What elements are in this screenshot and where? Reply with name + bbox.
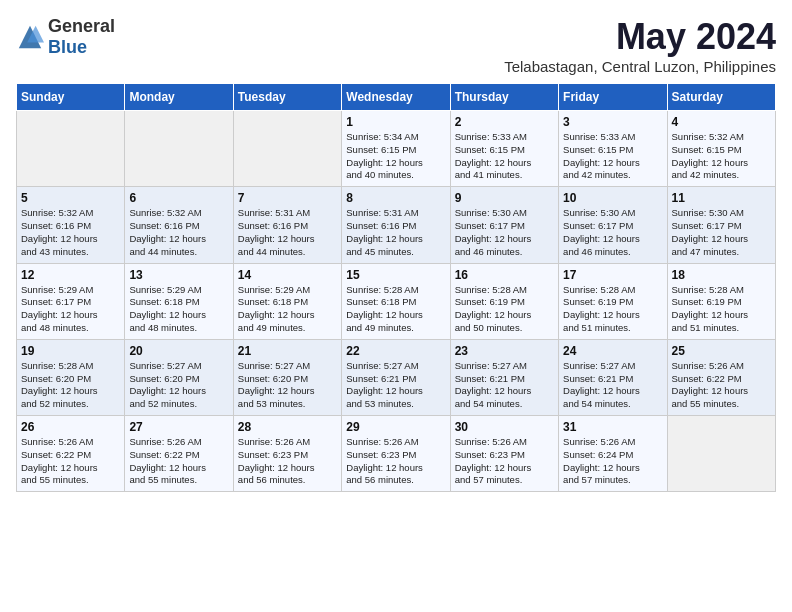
calendar-cell: 15Sunrise: 5:28 AM Sunset: 6:18 PM Dayli… bbox=[342, 263, 450, 339]
title-block: May 2024 Telabastagan, Central Luzon, Ph… bbox=[504, 16, 776, 75]
calendar-cell: 4Sunrise: 5:32 AM Sunset: 6:15 PM Daylig… bbox=[667, 111, 775, 187]
day-number: 19 bbox=[21, 344, 120, 358]
day-info: Sunrise: 5:33 AM Sunset: 6:15 PM Dayligh… bbox=[563, 131, 662, 182]
logo-general-text: General bbox=[48, 16, 115, 36]
day-info: Sunrise: 5:26 AM Sunset: 6:23 PM Dayligh… bbox=[455, 436, 554, 487]
day-number: 8 bbox=[346, 191, 445, 205]
calendar-cell bbox=[233, 111, 341, 187]
weekday-header-row: SundayMondayTuesdayWednesdayThursdayFrid… bbox=[17, 84, 776, 111]
calendar-cell bbox=[17, 111, 125, 187]
day-number: 3 bbox=[563, 115, 662, 129]
calendar-cell: 27Sunrise: 5:26 AM Sunset: 6:22 PM Dayli… bbox=[125, 416, 233, 492]
day-number: 24 bbox=[563, 344, 662, 358]
day-number: 10 bbox=[563, 191, 662, 205]
calendar-week-row: 26Sunrise: 5:26 AM Sunset: 6:22 PM Dayli… bbox=[17, 416, 776, 492]
day-info: Sunrise: 5:34 AM Sunset: 6:15 PM Dayligh… bbox=[346, 131, 445, 182]
day-number: 31 bbox=[563, 420, 662, 434]
day-number: 5 bbox=[21, 191, 120, 205]
day-info: Sunrise: 5:27 AM Sunset: 6:20 PM Dayligh… bbox=[238, 360, 337, 411]
calendar-cell: 23Sunrise: 5:27 AM Sunset: 6:21 PM Dayli… bbox=[450, 339, 558, 415]
calendar-cell: 30Sunrise: 5:26 AM Sunset: 6:23 PM Dayli… bbox=[450, 416, 558, 492]
calendar-cell: 20Sunrise: 5:27 AM Sunset: 6:20 PM Dayli… bbox=[125, 339, 233, 415]
day-number: 23 bbox=[455, 344, 554, 358]
calendar-cell: 9Sunrise: 5:30 AM Sunset: 6:17 PM Daylig… bbox=[450, 187, 558, 263]
calendar-cell bbox=[667, 416, 775, 492]
day-number: 16 bbox=[455, 268, 554, 282]
calendar-cell: 24Sunrise: 5:27 AM Sunset: 6:21 PM Dayli… bbox=[559, 339, 667, 415]
day-number: 1 bbox=[346, 115, 445, 129]
calendar-cell: 22Sunrise: 5:27 AM Sunset: 6:21 PM Dayli… bbox=[342, 339, 450, 415]
day-number: 28 bbox=[238, 420, 337, 434]
calendar-cell: 26Sunrise: 5:26 AM Sunset: 6:22 PM Dayli… bbox=[17, 416, 125, 492]
day-info: Sunrise: 5:33 AM Sunset: 6:15 PM Dayligh… bbox=[455, 131, 554, 182]
calendar-cell: 6Sunrise: 5:32 AM Sunset: 6:16 PM Daylig… bbox=[125, 187, 233, 263]
day-number: 14 bbox=[238, 268, 337, 282]
calendar-cell: 18Sunrise: 5:28 AM Sunset: 6:19 PM Dayli… bbox=[667, 263, 775, 339]
day-info: Sunrise: 5:28 AM Sunset: 6:18 PM Dayligh… bbox=[346, 284, 445, 335]
calendar-title: May 2024 bbox=[504, 16, 776, 58]
day-info: Sunrise: 5:30 AM Sunset: 6:17 PM Dayligh… bbox=[672, 207, 771, 258]
day-number: 12 bbox=[21, 268, 120, 282]
day-number: 13 bbox=[129, 268, 228, 282]
day-info: Sunrise: 5:26 AM Sunset: 6:22 PM Dayligh… bbox=[21, 436, 120, 487]
day-info: Sunrise: 5:30 AM Sunset: 6:17 PM Dayligh… bbox=[455, 207, 554, 258]
calendar-cell bbox=[125, 111, 233, 187]
day-number: 27 bbox=[129, 420, 228, 434]
day-info: Sunrise: 5:29 AM Sunset: 6:18 PM Dayligh… bbox=[129, 284, 228, 335]
day-info: Sunrise: 5:29 AM Sunset: 6:17 PM Dayligh… bbox=[21, 284, 120, 335]
calendar-cell: 3Sunrise: 5:33 AM Sunset: 6:15 PM Daylig… bbox=[559, 111, 667, 187]
calendar-cell: 14Sunrise: 5:29 AM Sunset: 6:18 PM Dayli… bbox=[233, 263, 341, 339]
day-number: 25 bbox=[672, 344, 771, 358]
calendar-cell: 12Sunrise: 5:29 AM Sunset: 6:17 PM Dayli… bbox=[17, 263, 125, 339]
day-number: 4 bbox=[672, 115, 771, 129]
day-info: Sunrise: 5:26 AM Sunset: 6:22 PM Dayligh… bbox=[672, 360, 771, 411]
calendar-cell: 19Sunrise: 5:28 AM Sunset: 6:20 PM Dayli… bbox=[17, 339, 125, 415]
calendar-cell: 16Sunrise: 5:28 AM Sunset: 6:19 PM Dayli… bbox=[450, 263, 558, 339]
calendar-location: Telabastagan, Central Luzon, Philippines bbox=[504, 58, 776, 75]
day-number: 22 bbox=[346, 344, 445, 358]
day-number: 11 bbox=[672, 191, 771, 205]
day-info: Sunrise: 5:27 AM Sunset: 6:21 PM Dayligh… bbox=[455, 360, 554, 411]
day-number: 21 bbox=[238, 344, 337, 358]
day-number: 15 bbox=[346, 268, 445, 282]
weekday-header-cell: Sunday bbox=[17, 84, 125, 111]
day-info: Sunrise: 5:31 AM Sunset: 6:16 PM Dayligh… bbox=[238, 207, 337, 258]
day-info: Sunrise: 5:26 AM Sunset: 6:22 PM Dayligh… bbox=[129, 436, 228, 487]
calendar-cell: 7Sunrise: 5:31 AM Sunset: 6:16 PM Daylig… bbox=[233, 187, 341, 263]
calendar-cell: 1Sunrise: 5:34 AM Sunset: 6:15 PM Daylig… bbox=[342, 111, 450, 187]
day-number: 6 bbox=[129, 191, 228, 205]
general-blue-icon bbox=[16, 23, 44, 51]
calendar-cell: 31Sunrise: 5:26 AM Sunset: 6:24 PM Dayli… bbox=[559, 416, 667, 492]
day-number: 17 bbox=[563, 268, 662, 282]
day-info: Sunrise: 5:27 AM Sunset: 6:21 PM Dayligh… bbox=[563, 360, 662, 411]
day-info: Sunrise: 5:28 AM Sunset: 6:19 PM Dayligh… bbox=[563, 284, 662, 335]
day-number: 9 bbox=[455, 191, 554, 205]
day-info: Sunrise: 5:26 AM Sunset: 6:24 PM Dayligh… bbox=[563, 436, 662, 487]
logo-blue-text: Blue bbox=[48, 37, 87, 57]
day-number: 20 bbox=[129, 344, 228, 358]
day-info: Sunrise: 5:28 AM Sunset: 6:19 PM Dayligh… bbox=[455, 284, 554, 335]
calendar-cell: 21Sunrise: 5:27 AM Sunset: 6:20 PM Dayli… bbox=[233, 339, 341, 415]
day-number: 26 bbox=[21, 420, 120, 434]
day-info: Sunrise: 5:27 AM Sunset: 6:21 PM Dayligh… bbox=[346, 360, 445, 411]
day-info: Sunrise: 5:26 AM Sunset: 6:23 PM Dayligh… bbox=[346, 436, 445, 487]
day-info: Sunrise: 5:29 AM Sunset: 6:18 PM Dayligh… bbox=[238, 284, 337, 335]
calendar-cell: 25Sunrise: 5:26 AM Sunset: 6:22 PM Dayli… bbox=[667, 339, 775, 415]
calendar-cell: 8Sunrise: 5:31 AM Sunset: 6:16 PM Daylig… bbox=[342, 187, 450, 263]
weekday-header-cell: Tuesday bbox=[233, 84, 341, 111]
day-number: 7 bbox=[238, 191, 337, 205]
weekday-header-cell: Wednesday bbox=[342, 84, 450, 111]
day-number: 30 bbox=[455, 420, 554, 434]
calendar-cell: 13Sunrise: 5:29 AM Sunset: 6:18 PM Dayli… bbox=[125, 263, 233, 339]
calendar-cell: 28Sunrise: 5:26 AM Sunset: 6:23 PM Dayli… bbox=[233, 416, 341, 492]
calendar-cell: 11Sunrise: 5:30 AM Sunset: 6:17 PM Dayli… bbox=[667, 187, 775, 263]
day-info: Sunrise: 5:28 AM Sunset: 6:19 PM Dayligh… bbox=[672, 284, 771, 335]
day-info: Sunrise: 5:26 AM Sunset: 6:23 PM Dayligh… bbox=[238, 436, 337, 487]
weekday-header-cell: Friday bbox=[559, 84, 667, 111]
logo: General Blue bbox=[16, 16, 115, 58]
page-header: General Blue May 2024 Telabastagan, Cent… bbox=[16, 16, 776, 75]
calendar-cell: 5Sunrise: 5:32 AM Sunset: 6:16 PM Daylig… bbox=[17, 187, 125, 263]
day-info: Sunrise: 5:30 AM Sunset: 6:17 PM Dayligh… bbox=[563, 207, 662, 258]
day-number: 29 bbox=[346, 420, 445, 434]
day-info: Sunrise: 5:27 AM Sunset: 6:20 PM Dayligh… bbox=[129, 360, 228, 411]
